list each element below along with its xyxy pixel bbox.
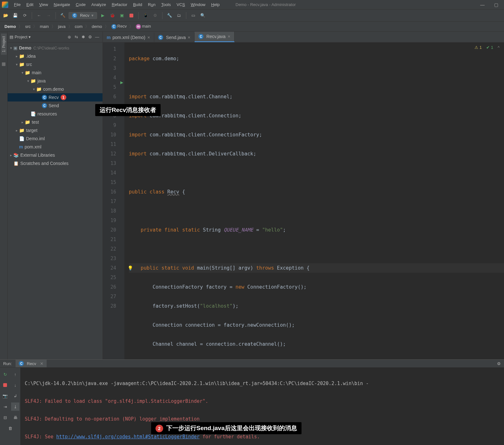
locate-icon[interactable]: ⊕: [66, 34, 73, 41]
folder-icon[interactable]: ▦: [2, 61, 6, 66]
editor-tab[interactable]: mpom.xml (Demo)✕: [103, 33, 154, 42]
menu-analyze[interactable]: Analyze: [89, 1, 109, 8]
stop-icon[interactable]: [128, 12, 135, 19]
search-icon[interactable]: 🔍: [199, 12, 207, 19]
trash-icon[interactable]: 🗑: [6, 424, 14, 432]
close-icon[interactable]: ✕: [147, 36, 150, 40]
menu-build[interactable]: Build: [130, 1, 145, 8]
debug-icon[interactable]: 🐞: [109, 12, 116, 19]
sync-icon[interactable]: ⟳: [21, 12, 29, 19]
breadcrumb-item[interactable]: CRecv: [110, 24, 128, 29]
coverage-icon[interactable]: ▣: [118, 12, 126, 19]
save-icon[interactable]: 💾: [11, 12, 19, 19]
menu-help[interactable]: Help: [209, 1, 222, 8]
down-icon[interactable]: ↓: [11, 381, 19, 389]
window-title: Demo - Recv.java - Administrator: [235, 2, 296, 7]
tree-item[interactable]: 📄Demo.iml: [8, 134, 103, 143]
main-toolbar: 📂 💾 ⟳ ← → 🔨 C Recv ▾ ▶ 🐞 ▣ 📱 ⚙ 🔧 🗂 ▭ 🔍: [0, 10, 504, 22]
tree-item[interactable]: ▸📁.idea: [8, 52, 103, 60]
menu-code[interactable]: Code: [73, 1, 88, 8]
menu-refactor[interactable]: Refactor: [109, 1, 130, 8]
editor-tab[interactable]: CSend.java✕: [154, 33, 195, 42]
breadcrumb-item[interactable]: src: [24, 24, 32, 29]
run-toolbar-left: ↻ ↑ ↓ 📷 ↲ ⇥ ⤓ ⊟ 🖶 🗑: [0, 368, 20, 445]
sidebar-tab-project[interactable]: 1: Project: [1, 34, 7, 55]
breadcrumb-item[interactable]: mmain: [135, 24, 152, 29]
close-icon[interactable]: ✕: [40, 361, 43, 366]
wrench-icon[interactable]: 🔧: [166, 12, 173, 19]
tree-item[interactable]: ▾📁main: [8, 69, 103, 77]
maximize-icon[interactable]: ▢: [494, 2, 498, 7]
menu-tools[interactable]: Tools: [159, 1, 173, 8]
tree-item[interactable]: ▾📁src: [8, 60, 103, 69]
tree-root[interactable]: ▾▣DemoC:\PC\idealC-works: [8, 44, 103, 52]
tree-item-send[interactable]: CSend: [8, 101, 103, 110]
run-header: Run: C Recv ✕ ⚙: [0, 360, 504, 368]
back-icon[interactable]: ←: [35, 12, 43, 19]
hide-icon[interactable]: —: [94, 34, 101, 41]
menu-navigate[interactable]: Navigate: [51, 1, 72, 8]
class-icon: C: [42, 95, 47, 100]
camera-icon[interactable]: 📷: [1, 392, 9, 400]
breadcrumb-item[interactable]: Demo: [3, 24, 17, 29]
breadcrumb-item[interactable]: com: [74, 24, 84, 29]
menu-run[interactable]: Run: [145, 1, 158, 8]
exit-icon[interactable]: ⇥: [1, 402, 9, 411]
project-structure-icon[interactable]: 🗂: [175, 12, 183, 19]
forward-icon[interactable]: →: [45, 12, 52, 19]
rerun-icon[interactable]: ↻: [1, 370, 9, 378]
menu-file[interactable]: File: [11, 1, 23, 8]
up-icon[interactable]: ↑: [11, 370, 19, 378]
stop-icon[interactable]: [1, 381, 9, 389]
print-icon[interactable]: 🖶: [11, 413, 19, 422]
tree-item[interactable]: ▸📁target: [8, 126, 103, 134]
annotation-1: 运行Recv消息接收者: [95, 104, 161, 116]
tree-item[interactable]: 📑resources: [8, 110, 103, 118]
breadcrumb: Demo〉 src〉 main〉 java〉 com〉 demo〉 CRecv〉…: [0, 22, 504, 32]
run-config-selector[interactable]: C Recv ▾: [69, 12, 97, 19]
project-icon: ▤: [10, 35, 13, 39]
collapse-icon[interactable]: ✱: [80, 34, 87, 41]
attach-icon[interactable]: ⚙: [151, 12, 159, 19]
breadcrumb-item[interactable]: java: [57, 24, 67, 29]
menu-bar: File Edit View Navigate Code Analyze Ref…: [0, 0, 504, 10]
menu-view[interactable]: View: [36, 1, 50, 8]
app-logo-icon: [2, 2, 8, 8]
close-icon[interactable]: ✕: [228, 35, 230, 39]
class-icon: C: [72, 13, 77, 18]
bulb-icon[interactable]: 💡: [128, 263, 133, 273]
console-link[interactable]: http://www.slf4j.org/codes.html#StaticLo…: [56, 434, 200, 440]
run-icon[interactable]: ▶: [99, 12, 107, 19]
tree-item[interactable]: ▸📁test: [8, 118, 103, 126]
menu-edit[interactable]: Edit: [24, 1, 36, 8]
tree-item[interactable]: ▾📁java: [8, 77, 103, 85]
class-icon: C: [42, 103, 47, 108]
tree-item[interactable]: ▾📁com.demo: [8, 85, 103, 93]
run-tab[interactable]: C Recv ✕: [16, 360, 47, 367]
breadcrumb-item[interactable]: main: [38, 24, 50, 29]
close-icon[interactable]: ✕: [188, 36, 190, 40]
tree-item[interactable]: ▸📚External Libraries: [8, 151, 103, 159]
tree-item[interactable]: mpom.xml: [8, 143, 103, 151]
tree-item[interactable]: 📋Scratches and Consoles: [8, 159, 103, 167]
build-icon[interactable]: 🔨: [59, 12, 67, 19]
device-icon[interactable]: 📱: [142, 12, 149, 19]
expand-icon[interactable]: ⇆: [73, 34, 80, 41]
menu-window[interactable]: Window: [188, 1, 208, 8]
gear-icon[interactable]: ⚙: [87, 34, 94, 41]
scroll-icon[interactable]: ⤓: [11, 402, 19, 411]
wrap-icon[interactable]: ↲: [11, 392, 19, 400]
open-icon[interactable]: 📂: [2, 12, 10, 19]
class-icon: C: [19, 361, 24, 366]
layout-icon[interactable]: ⊟: [1, 413, 9, 422]
minimize-icon[interactable]: —: [480, 2, 485, 7]
editor-tab[interactable]: CRecv.java✕: [195, 32, 234, 42]
run-gutter-icon[interactable]: ▶: [119, 78, 124, 87]
annotation-badge-2: 2: [156, 425, 163, 432]
gear-icon[interactable]: ⚙: [497, 361, 501, 366]
breadcrumb-item[interactable]: demo: [90, 24, 103, 29]
menu-vcs[interactable]: VCS: [174, 1, 188, 8]
screen-icon[interactable]: ▭: [189, 12, 197, 19]
tree-item-recv[interactable]: CRecv1: [8, 93, 103, 101]
project-view-selector[interactable]: ▤ Project ▾: [10, 35, 31, 39]
